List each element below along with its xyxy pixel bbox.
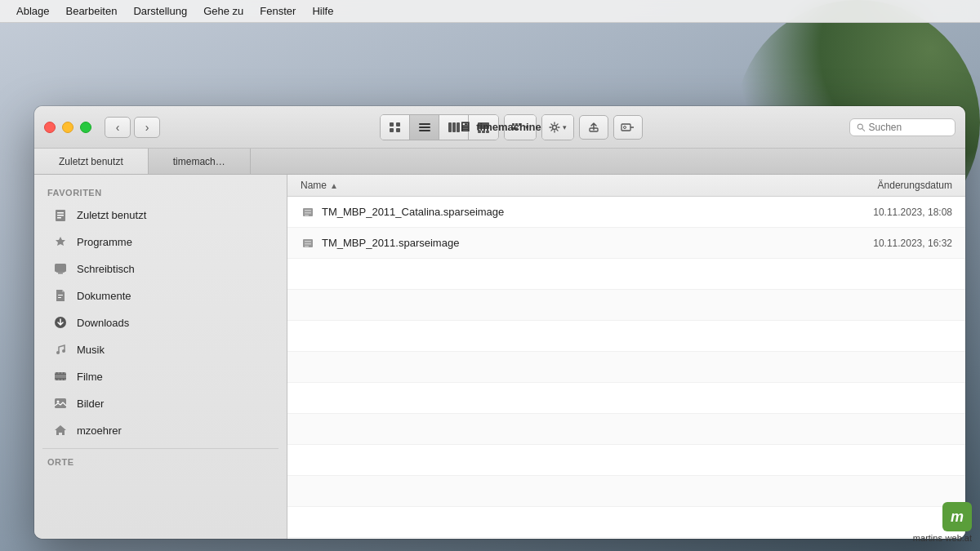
file-date-0: 10.11.2023, 18:08	[789, 207, 952, 218]
home-icon	[52, 422, 69, 438]
sidebar-item-downloads[interactable]: Downloads	[39, 309, 282, 335]
svg-point-22	[624, 126, 626, 128]
action-button[interactable]: ▾	[542, 115, 573, 140]
menu-gehe-zu[interactable]: Gehe zu	[197, 3, 250, 19]
svg-rect-3	[396, 128, 400, 132]
svg-point-19	[553, 125, 557, 129]
applications-icon	[52, 233, 69, 250]
sidebar-item-pictures[interactable]: Bilder	[39, 390, 282, 416]
sidebar-item-desktop[interactable]: Schreibtisch	[39, 256, 282, 282]
file-row-empty-2	[287, 290, 965, 321]
tab-bar: Zuletzt benutzt timemach…	[34, 149, 965, 175]
sidebar-item-home[interactable]: mzoehrer	[39, 417, 282, 443]
file-row-0[interactable]: TM_MBP_2011_Catalina.sparseimage 10.11.2…	[287, 197, 965, 228]
view-list-button[interactable]	[410, 115, 439, 140]
file-icon-1	[301, 236, 315, 251]
file-row-empty-4	[287, 352, 965, 383]
sidebar-item-applications[interactable]: Programme	[39, 229, 282, 255]
file-rows: TM_MBP_2011_Catalina.sparseimage 10.11.2…	[287, 197, 965, 539]
documents-icon	[52, 287, 69, 304]
menu-darstellung[interactable]: Darstellung	[127, 3, 194, 19]
share-button[interactable]	[579, 115, 608, 140]
svg-rect-40	[56, 372, 58, 374]
column-header: Name ▲ Änderungsdatum	[287, 175, 965, 197]
title-bar: ‹ › 🖥 timemachine	[34, 106, 965, 149]
svg-rect-31	[56, 272, 65, 273]
sidebar-divider	[42, 448, 278, 449]
tab-recent[interactable]: Zuletzt benutzt	[34, 149, 149, 174]
window-title-text: timemachine	[476, 121, 541, 133]
search-box[interactable]	[849, 118, 956, 136]
svg-rect-51	[305, 215, 309, 216]
view-icons-button[interactable]	[381, 115, 410, 140]
downloads-icon	[52, 314, 69, 331]
menu-fenster[interactable]: Fenster	[253, 3, 302, 19]
svg-rect-1	[396, 122, 400, 127]
col-date-header[interactable]: Änderungsdatum	[789, 180, 952, 191]
file-name-1: TM_MBP_2011.sparseimage	[322, 237, 789, 249]
menu-ablage[interactable]: Ablage	[10, 3, 56, 19]
file-row-empty-7	[287, 445, 965, 476]
svg-rect-33	[58, 297, 61, 298]
sidebar-item-music[interactable]: Musik	[39, 336, 282, 362]
back-button[interactable]: ‹	[105, 117, 131, 138]
col-name-header[interactable]: Name ▲	[301, 180, 789, 191]
svg-rect-29	[55, 264, 66, 272]
svg-rect-6	[419, 130, 430, 131]
sidebar-item-recent[interactable]: Zuletzt benutzt	[39, 202, 282, 228]
pictures-icon	[52, 395, 69, 411]
gear-icon	[549, 122, 560, 133]
svg-rect-45	[63, 379, 65, 380]
watermark-logo: m	[942, 502, 972, 531]
svg-rect-7	[448, 122, 452, 132]
file-date-1: 10.11.2023, 16:32	[789, 238, 952, 249]
action-dropdown-arrow: ▾	[563, 123, 567, 131]
share-icon	[588, 122, 599, 133]
svg-rect-2	[390, 128, 394, 132]
menu-bearbeiten[interactable]: Bearbeiten	[59, 3, 123, 19]
file-name-0: TM_MBP_2011_Catalina.sparseimage	[322, 206, 789, 218]
svg-rect-46	[55, 398, 66, 408]
search-input[interactable]	[868, 122, 948, 133]
svg-rect-42	[63, 372, 65, 374]
forward-button[interactable]: ›	[134, 117, 160, 138]
tab-timemachine[interactable]: timemach…	[149, 149, 251, 174]
svg-rect-32	[58, 295, 63, 295]
traffic-lights	[44, 122, 91, 133]
sidebar-item-documents[interactable]: Dokumente	[39, 282, 282, 309]
svg-rect-50	[305, 212, 311, 214]
file-list: Name ▲ Änderungsdatum	[287, 175, 965, 539]
svg-rect-4	[419, 123, 430, 125]
file-row-empty-9	[287, 507, 965, 538]
svg-line-24	[862, 128, 865, 131]
window-title: 🖥 timemachine	[458, 120, 541, 135]
menu-hilfe[interactable]: Hilfe	[305, 3, 340, 19]
minimize-button[interactable]	[62, 122, 74, 133]
recent-icon	[52, 207, 69, 223]
file-row-1[interactable]: TM_MBP_2011.sparseimage 10.11.2023, 16:3…	[287, 228, 965, 259]
grid-icon	[389, 122, 402, 133]
action-group: ▾	[541, 114, 574, 140]
file-row-empty-8	[287, 476, 965, 507]
svg-rect-41	[60, 372, 61, 374]
file-row-empty-3	[287, 321, 965, 352]
svg-rect-8	[452, 122, 456, 132]
finder-window: ‹ › 🖥 timemachine	[34, 106, 965, 539]
maximize-button[interactable]	[80, 122, 91, 133]
svg-rect-38	[55, 374, 66, 375]
svg-rect-27	[57, 215, 64, 216]
sidebar: Favoriten Zuletzt benutzt	[34, 175, 287, 539]
close-button[interactable]	[44, 122, 56, 133]
sidebar-section-favorites: Favoriten	[34, 184, 287, 201]
svg-point-36	[62, 349, 65, 353]
svg-rect-26	[57, 212, 64, 214]
content-area: Favoriten Zuletzt benutzt	[34, 175, 965, 539]
svg-rect-44	[60, 379, 61, 380]
window-title-icon: 🖥	[458, 120, 471, 135]
sidebar-item-movies[interactable]: Filme	[39, 363, 282, 389]
tag-button[interactable]	[613, 115, 643, 140]
svg-rect-49	[305, 210, 311, 211]
search-icon	[857, 122, 865, 132]
list-icon	[418, 122, 431, 133]
svg-rect-5	[419, 127, 430, 128]
